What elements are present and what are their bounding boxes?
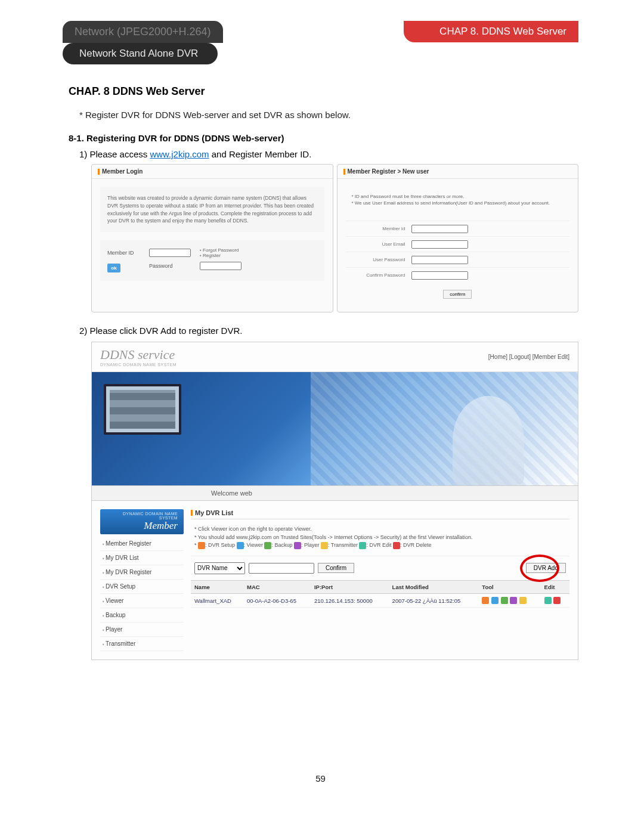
- main-pane: My DVR List * Click Viewer icon on the r…: [191, 509, 569, 608]
- reg-confirm-password-input[interactable]: [411, 271, 468, 280]
- sidebar-item-member-register[interactable]: Member Register: [100, 537, 184, 551]
- cell-ipport: 210.126.14.153: 50000: [311, 593, 389, 607]
- app-title-sub: DYNAMIC DOMAIN NAME SYSTEM: [100, 363, 177, 367]
- table-row: Wallmart_XAD 00-0A-A2-06-D3-65 210.126.1…: [191, 593, 569, 607]
- sidebar-header: DYNAMIC DOMAIN NAME SYSTEM Member: [100, 509, 184, 534]
- welcome-bar: Welcome web: [92, 485, 578, 501]
- setup-icon: [198, 542, 205, 549]
- login-panel-title: Member Login: [102, 168, 143, 175]
- forgot-password-link[interactable]: Forgot Password: [200, 247, 317, 253]
- label-user-password: User Password: [346, 257, 411, 262]
- row-viewer-icon[interactable]: [491, 597, 499, 604]
- register-form: Member Id User Email User Password Confi…: [346, 221, 570, 304]
- member-id-input[interactable]: [149, 249, 191, 257]
- sidebar-item-transmitter[interactable]: Transmitter: [100, 637, 184, 651]
- reg-email-input[interactable]: [411, 240, 468, 249]
- highlight-circle-icon: [520, 555, 559, 582]
- accent-bar-icon: [98, 169, 100, 175]
- viewer-icon: [237, 542, 244, 549]
- label-member-id: Member Id: [346, 226, 411, 231]
- sidebar-item-my-dvr-list[interactable]: My DVR List: [100, 551, 184, 565]
- dvr-table: Name MAC IP:Port Last Modified Tool Edit…: [191, 580, 569, 608]
- cell-mac: 00-0A-A2-06-D3-65: [243, 593, 311, 607]
- figure-login-register: Member Login This website was created to…: [91, 164, 578, 312]
- label-member-id: Member ID: [107, 250, 143, 256]
- section-title: 8-1. Registering DVR for DDNS (DDNS Web-…: [69, 133, 578, 143]
- label-user-email: User Email: [346, 241, 411, 247]
- confirm-search-button[interactable]: Confirm: [318, 563, 354, 573]
- banner-image: [92, 372, 578, 485]
- register-link[interactable]: Register: [200, 253, 317, 258]
- step-1: 1) Please access www.j2kip.com and Regis…: [79, 149, 578, 159]
- label-password: Password: [149, 263, 194, 269]
- col-mac: MAC: [243, 580, 311, 593]
- col-tool: Tool: [478, 580, 540, 593]
- backup-icon: [264, 542, 271, 549]
- edit-icon: [359, 542, 366, 549]
- reg-password-input[interactable]: [411, 256, 468, 264]
- sidebar-item-player[interactable]: Player: [100, 623, 184, 637]
- intro-text: * Register DVR for DDNS Web-server and s…: [79, 110, 578, 120]
- sidebar-item-my-dvr-register[interactable]: My DVR Register: [100, 565, 184, 580]
- col-edit: Edit: [541, 580, 569, 593]
- search-field-select[interactable]: DVR Name: [194, 562, 245, 574]
- row-player-icon[interactable]: [510, 597, 517, 604]
- cell-name: Wallmart_XAD: [191, 593, 243, 607]
- hints-block: * Click Viewer icon on the right to oper…: [191, 519, 569, 556]
- delete-icon: [393, 542, 400, 549]
- row-delete-icon[interactable]: [553, 597, 561, 604]
- sidebar-item-backup[interactable]: Backup: [100, 608, 184, 623]
- accent-bar-icon: [191, 510, 193, 516]
- app-topbar: DDNS service DYNAMIC DOMAIN NAME SYSTEM …: [92, 342, 578, 372]
- main-pane-title: My DVR List: [195, 509, 233, 516]
- reg-member-id-input[interactable]: [411, 225, 468, 233]
- cell-edit: [541, 593, 569, 607]
- row-backup-icon[interactable]: [501, 597, 508, 604]
- register-panel-title: Member Register > New user: [348, 168, 429, 175]
- player-icon: [294, 542, 301, 549]
- sidebar-item-dvr-setup[interactable]: DVR Setup: [100, 580, 184, 594]
- header-tab-right: CHAP 8. DDNS Web Server: [404, 21, 578, 42]
- register-panel: Member Register > New user * ID and Pass…: [337, 164, 579, 312]
- col-ipport: IP:Port: [311, 580, 389, 593]
- col-lastmod: Last Modified: [389, 580, 479, 593]
- header-tab-left: Network (JPEG2000+H.264): [63, 21, 223, 43]
- row-edit-icon[interactable]: [544, 597, 552, 604]
- sidebar-menu: Member Register My DVR List My DVR Regis…: [100, 537, 184, 651]
- cell-tools: [478, 593, 540, 607]
- j2kip-link[interactable]: www.j2kip.com: [150, 149, 209, 159]
- password-input[interactable]: [200, 262, 242, 270]
- search-input[interactable]: [249, 563, 314, 574]
- search-bar: DVR Name Confirm DVR Add: [191, 556, 569, 580]
- register-notes: * ID and Password must be three characte…: [346, 187, 570, 212]
- app-title: DDNS service: [100, 347, 177, 363]
- app-nav-links[interactable]: [Home] [Logout] [Member Edit]: [488, 354, 569, 360]
- row-transmitter-icon[interactable]: [519, 597, 527, 604]
- confirm-button[interactable]: confirm: [443, 290, 472, 299]
- figure-ddns-app: DDNS service DYNAMIC DOMAIN NAME SYSTEM …: [91, 342, 578, 660]
- header-tab-sub: Network Stand Alone DVR: [63, 43, 218, 64]
- cell-lastmod: 2007-05-22 ¿ÀÀü 11:52:05: [389, 593, 479, 607]
- page-number: 59: [63, 773, 578, 784]
- chapter-title: CHAP. 8 DDNS Web Server: [69, 85, 578, 98]
- login-form: Member ID ok Password Forgot Password Re…: [100, 240, 324, 281]
- transmitter-icon: [321, 542, 328, 549]
- login-blurb: This website was created to provide a dy…: [100, 187, 324, 232]
- step-2: 2) Please click DVR Add to register DVR.: [79, 326, 578, 336]
- col-name: Name: [191, 580, 243, 593]
- sidebar: DYNAMIC DOMAIN NAME SYSTEM Member Member…: [100, 509, 184, 651]
- table-header-row: Name MAC IP:Port Last Modified Tool Edit: [191, 580, 569, 593]
- accent-bar-icon: [343, 169, 345, 175]
- label-confirm-password: Confirm Password: [346, 272, 411, 278]
- login-panel: Member Login This website was created to…: [91, 164, 333, 312]
- sidebar-item-viewer[interactable]: Viewer: [100, 594, 184, 608]
- row-setup-icon[interactable]: [482, 597, 489, 604]
- ok-button[interactable]: ok: [107, 264, 120, 272]
